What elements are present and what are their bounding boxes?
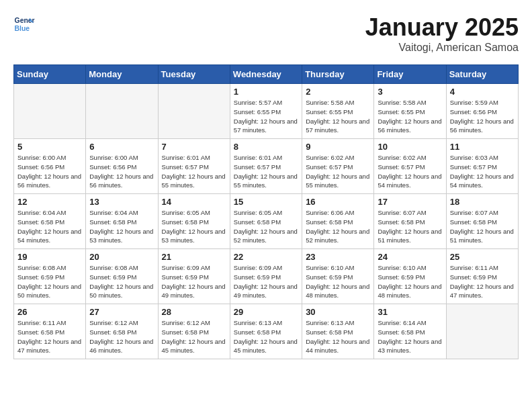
day-number: 21 (162, 252, 226, 262)
day-number: 10 (378, 142, 442, 152)
day-number: 28 (162, 307, 226, 317)
calendar-cell: 31Sunrise: 6:14 AM Sunset: 6:58 PM Dayli… (374, 304, 446, 359)
day-number: 29 (234, 307, 298, 317)
weekday-header-monday: Monday (86, 65, 158, 84)
calendar-cell: 29Sunrise: 6:13 AM Sunset: 6:58 PM Dayli… (230, 304, 302, 359)
day-number: 30 (306, 307, 370, 317)
day-info: Sunrise: 6:02 AM Sunset: 6:57 PM Dayligh… (378, 153, 442, 190)
weekday-header-wednesday: Wednesday (230, 65, 302, 84)
day-info: Sunrise: 6:12 AM Sunset: 6:58 PM Dayligh… (162, 318, 226, 355)
calendar-cell: 3Sunrise: 5:58 AM Sunset: 6:55 PM Daylig… (374, 84, 446, 139)
weekday-header-saturday: Saturday (446, 65, 518, 84)
day-number: 14 (162, 197, 226, 207)
calendar-cell: 2Sunrise: 5:58 AM Sunset: 6:55 PM Daylig… (302, 84, 374, 139)
calendar-cell: 9Sunrise: 6:02 AM Sunset: 6:57 PM Daylig… (302, 139, 374, 194)
week-row-2: 5Sunrise: 6:00 AM Sunset: 6:56 PM Daylig… (14, 139, 519, 194)
day-info: Sunrise: 5:58 AM Sunset: 6:55 PM Dayligh… (306, 98, 370, 135)
calendar-table: SundayMondayTuesdayWednesdayThursdayFrid… (13, 64, 519, 359)
day-info: Sunrise: 6:14 AM Sunset: 6:58 PM Dayligh… (378, 318, 442, 355)
title-block: January 2025 Vaitogi, American Samoa (365, 13, 519, 54)
calendar-cell (86, 84, 158, 139)
day-info: Sunrise: 5:58 AM Sunset: 6:55 PM Dayligh… (378, 98, 442, 135)
weekday-header-row: SundayMondayTuesdayWednesdayThursdayFrid… (14, 65, 519, 84)
calendar-cell: 30Sunrise: 6:13 AM Sunset: 6:58 PM Dayli… (302, 304, 374, 359)
calendar-cell: 26Sunrise: 6:11 AM Sunset: 6:58 PM Dayli… (14, 304, 86, 359)
day-info: Sunrise: 6:04 AM Sunset: 6:58 PM Dayligh… (89, 208, 154, 245)
calendar-cell (446, 304, 518, 359)
day-info: Sunrise: 6:05 AM Sunset: 6:58 PM Dayligh… (162, 208, 226, 245)
day-info: Sunrise: 5:59 AM Sunset: 6:56 PM Dayligh… (450, 98, 515, 135)
calendar-cell: 19Sunrise: 6:08 AM Sunset: 6:59 PM Dayli… (14, 249, 86, 304)
week-row-3: 12Sunrise: 6:04 AM Sunset: 6:58 PM Dayli… (14, 194, 519, 249)
weekday-header-tuesday: Tuesday (158, 65, 230, 84)
day-number: 2 (306, 87, 370, 97)
day-info: Sunrise: 6:09 AM Sunset: 6:59 PM Dayligh… (162, 263, 226, 300)
calendar-cell: 1Sunrise: 5:57 AM Sunset: 6:55 PM Daylig… (230, 84, 302, 139)
day-number: 8 (234, 142, 298, 152)
calendar-cell: 16Sunrise: 6:06 AM Sunset: 6:58 PM Dayli… (302, 194, 374, 249)
day-info: Sunrise: 6:00 AM Sunset: 6:56 PM Dayligh… (17, 153, 82, 190)
day-number: 9 (306, 142, 370, 152)
location-subtitle: Vaitogi, American Samoa (365, 42, 519, 54)
day-info: Sunrise: 5:57 AM Sunset: 6:55 PM Dayligh… (234, 98, 298, 135)
calendar-cell: 14Sunrise: 6:05 AM Sunset: 6:58 PM Dayli… (158, 194, 230, 249)
weekday-header-sunday: Sunday (14, 65, 86, 84)
svg-text:Blue: Blue (15, 25, 30, 32)
day-info: Sunrise: 6:07 AM Sunset: 6:58 PM Dayligh… (378, 208, 442, 245)
day-number: 26 (17, 307, 82, 317)
day-number: 17 (378, 197, 442, 207)
calendar-cell: 15Sunrise: 6:05 AM Sunset: 6:58 PM Dayli… (230, 194, 302, 249)
day-number: 16 (306, 197, 370, 207)
calendar-cell: 10Sunrise: 6:02 AM Sunset: 6:57 PM Dayli… (374, 139, 446, 194)
week-row-4: 19Sunrise: 6:08 AM Sunset: 6:59 PM Dayli… (14, 249, 519, 304)
page-header: General Blue January 2025 Vaitogi, Ameri… (13, 13, 519, 54)
day-number: 1 (234, 87, 298, 97)
calendar-cell: 24Sunrise: 6:10 AM Sunset: 6:59 PM Dayli… (374, 249, 446, 304)
calendar-cell: 6Sunrise: 6:00 AM Sunset: 6:56 PM Daylig… (86, 139, 158, 194)
day-number: 22 (234, 252, 298, 262)
calendar-cell: 22Sunrise: 6:09 AM Sunset: 6:59 PM Dayli… (230, 249, 302, 304)
day-info: Sunrise: 6:00 AM Sunset: 6:56 PM Dayligh… (89, 153, 154, 190)
day-info: Sunrise: 6:08 AM Sunset: 6:59 PM Dayligh… (89, 263, 154, 300)
calendar-cell: 28Sunrise: 6:12 AM Sunset: 6:58 PM Dayli… (158, 304, 230, 359)
calendar-cell: 17Sunrise: 6:07 AM Sunset: 6:58 PM Dayli… (374, 194, 446, 249)
calendar-cell: 20Sunrise: 6:08 AM Sunset: 6:59 PM Dayli… (86, 249, 158, 304)
day-number: 5 (17, 142, 82, 152)
calendar-cell: 27Sunrise: 6:12 AM Sunset: 6:58 PM Dayli… (86, 304, 158, 359)
calendar-cell: 21Sunrise: 6:09 AM Sunset: 6:59 PM Dayli… (158, 249, 230, 304)
day-info: Sunrise: 6:13 AM Sunset: 6:58 PM Dayligh… (234, 318, 298, 355)
week-row-5: 26Sunrise: 6:11 AM Sunset: 6:58 PM Dayli… (14, 304, 519, 359)
day-info: Sunrise: 6:06 AM Sunset: 6:58 PM Dayligh… (306, 208, 370, 245)
day-number: 15 (234, 197, 298, 207)
calendar-cell: 11Sunrise: 6:03 AM Sunset: 6:57 PM Dayli… (446, 139, 518, 194)
calendar-cell: 8Sunrise: 6:01 AM Sunset: 6:57 PM Daylig… (230, 139, 302, 194)
calendar-cell (14, 84, 86, 139)
day-number: 13 (89, 197, 154, 207)
day-info: Sunrise: 6:03 AM Sunset: 6:57 PM Dayligh… (450, 153, 515, 190)
day-number: 27 (89, 307, 154, 317)
day-number: 6 (89, 142, 154, 152)
day-info: Sunrise: 6:04 AM Sunset: 6:58 PM Dayligh… (17, 208, 82, 245)
day-info: Sunrise: 6:07 AM Sunset: 6:58 PM Dayligh… (450, 208, 515, 245)
day-info: Sunrise: 6:13 AM Sunset: 6:58 PM Dayligh… (306, 318, 370, 355)
calendar-cell: 18Sunrise: 6:07 AM Sunset: 6:58 PM Dayli… (446, 194, 518, 249)
calendar-cell: 25Sunrise: 6:11 AM Sunset: 6:59 PM Dayli… (446, 249, 518, 304)
day-number: 23 (306, 252, 370, 262)
day-number: 19 (17, 252, 82, 262)
calendar-cell: 23Sunrise: 6:10 AM Sunset: 6:59 PM Dayli… (302, 249, 374, 304)
calendar-cell: 13Sunrise: 6:04 AM Sunset: 6:58 PM Dayli… (86, 194, 158, 249)
month-title: January 2025 (365, 13, 519, 42)
day-info: Sunrise: 6:11 AM Sunset: 6:58 PM Dayligh… (17, 318, 82, 355)
day-number: 4 (450, 87, 515, 97)
logo-icon: General Blue (13, 13, 35, 35)
day-number: 24 (378, 252, 442, 262)
day-info: Sunrise: 6:08 AM Sunset: 6:59 PM Dayligh… (17, 263, 82, 300)
day-info: Sunrise: 6:11 AM Sunset: 6:59 PM Dayligh… (450, 263, 515, 300)
day-number: 12 (17, 197, 82, 207)
day-info: Sunrise: 6:01 AM Sunset: 6:57 PM Dayligh… (162, 153, 226, 190)
day-info: Sunrise: 6:10 AM Sunset: 6:59 PM Dayligh… (378, 263, 442, 300)
logo: General Blue (13, 13, 35, 35)
day-info: Sunrise: 6:12 AM Sunset: 6:58 PM Dayligh… (89, 318, 154, 355)
weekday-header-friday: Friday (374, 65, 446, 84)
day-info: Sunrise: 6:01 AM Sunset: 6:57 PM Dayligh… (234, 153, 298, 190)
